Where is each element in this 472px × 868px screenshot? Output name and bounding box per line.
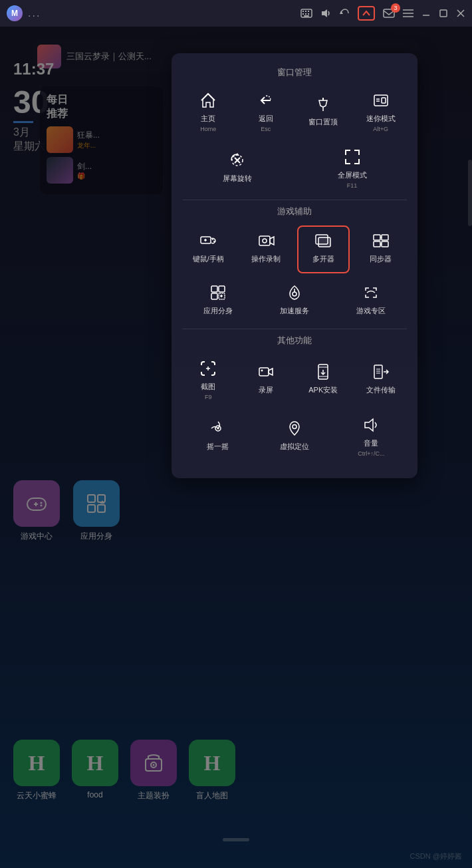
hamburger-icon[interactable] <box>403 9 413 17</box>
record-icon <box>257 232 275 252</box>
mail-badge: 3 <box>391 3 400 13</box>
menu-label-record: 操作录制 <box>251 255 281 263</box>
menu-item-gamezone[interactable]: 游戏专区 <box>336 279 407 323</box>
menu-sublabel-home: Home <box>200 126 216 132</box>
svg-rect-5 <box>302 13 304 15</box>
menu-grid-game2: 应用分身 加速服务 <box>182 279 407 323</box>
divider-2 <box>182 329 407 329</box>
svg-marker-9 <box>322 9 327 17</box>
svg-point-50 <box>263 239 267 243</box>
menu-item-appclone[interactable]: 应用分身 <box>182 279 253 323</box>
title-dots: ... <box>28 7 41 19</box>
menu-item-rotate[interactable]: 屏幕旋转 <box>182 143 292 194</box>
mail-icon-container[interactable]: 3 <box>383 9 395 18</box>
svg-rect-54 <box>382 235 388 240</box>
apkinstall-icon <box>314 363 332 383</box>
sync-icon <box>372 232 390 252</box>
up-arrow-icon[interactable] <box>358 6 375 21</box>
menu-label-home: 主页 <box>201 114 215 123</box>
svg-rect-7 <box>308 13 309 15</box>
minimize-icon[interactable] <box>421 9 431 18</box>
menu-label-keyboard-gamepad: 键鼠/手柄 <box>193 255 224 263</box>
menu-sublabel-screenshot: F9 <box>205 394 212 400</box>
undo-icon[interactable] <box>339 8 350 19</box>
menu-item-filetransfer[interactable]: 文件传输 <box>355 355 408 406</box>
menu-grid-screen: 屏幕旋转 全屏模式 F11 <box>182 143 407 194</box>
screenrecord-icon <box>257 363 275 383</box>
mini-mode-icon <box>372 92 390 112</box>
menu-item-home[interactable]: 主页 Home <box>182 86 235 138</box>
screenshot-icon <box>199 360 217 380</box>
gamezone-icon <box>362 284 380 304</box>
shake-icon <box>209 420 227 440</box>
svg-marker-84 <box>365 419 373 431</box>
menu-item-sync[interactable]: 同步器 <box>355 225 408 273</box>
divider-1 <box>182 200 407 200</box>
menu-item-multiopen[interactable]: 多开器 <box>297 225 350 273</box>
svg-rect-60 <box>219 286 225 292</box>
menu-item-screenrecord[interactable]: 录屏 <box>240 355 293 406</box>
restore-icon[interactable] <box>439 9 448 18</box>
menu-item-screenshot[interactable]: 截图 F9 <box>182 355 235 406</box>
section-title-window: 窗口管理 <box>182 67 407 78</box>
svg-rect-16 <box>440 10 447 17</box>
menu-grid-window: 主页 Home 返回 Esc <box>182 86 407 138</box>
app-logo: M <box>7 5 23 21</box>
menu-item-apkinstall[interactable]: APK安装 <box>297 355 350 406</box>
close-icon[interactable] <box>456 9 465 18</box>
menu-label-multiopen: 多开器 <box>312 255 334 263</box>
menu-item-esc[interactable]: 返回 Esc <box>240 86 293 138</box>
menu-label-gamezone: 游戏专区 <box>356 307 386 315</box>
menu-item-shake[interactable]: 摇一摇 <box>182 411 253 462</box>
menu-label-boost: 加速服务 <box>280 307 309 315</box>
menu-item-pintop[interactable]: 窗口置顶 <box>297 86 350 138</box>
window-controls: 3 <box>300 6 465 21</box>
menu-label-pintop: 窗口置顶 <box>308 118 338 126</box>
menu-label-apkinstall: APK安装 <box>308 386 338 394</box>
menu-item-keyboard-gamepad[interactable]: 键鼠/手柄 <box>182 225 235 273</box>
menu-label-shake: 摇一摇 <box>207 442 229 451</box>
menu-item-boost[interactable]: 加速服务 <box>259 279 330 323</box>
svg-rect-3 <box>308 11 309 12</box>
menu-item-location[interactable]: 虚拟定位 <box>259 411 330 462</box>
svg-rect-52 <box>318 237 330 247</box>
svg-rect-36 <box>382 98 386 103</box>
svg-point-83 <box>293 424 296 428</box>
location-icon <box>286 420 303 440</box>
popup-menu: 窗口管理 主页 Home <box>172 53 417 478</box>
keyboard-icon[interactable] <box>300 9 312 18</box>
main-content: 11:37 三国云梦录｜公测天... 30 3月 星期六 每日推荐 狂暴... … <box>0 27 472 868</box>
menu-label-filetransfer: 文件传输 <box>366 386 396 394</box>
title-bar: M ... <box>0 0 472 27</box>
svg-point-71 <box>261 369 263 371</box>
svg-marker-70 <box>269 368 273 375</box>
menu-sublabel-minimode: Alt+G <box>373 126 388 132</box>
menu-grid-game1: 键鼠/手柄 操作录制 <box>182 225 407 273</box>
menu-item-volume[interactable]: 音量 Ctrl+↑/C... <box>336 411 407 462</box>
keyboard-gamepad-icon <box>199 232 217 252</box>
menu-label-volume: 音量 <box>364 439 378 448</box>
menu-label-screenshot: 截图 <box>201 382 215 391</box>
volume-icon[interactable] <box>320 8 331 19</box>
volume-menu-icon <box>362 416 380 436</box>
menu-label-minimode: 迷你模式 <box>366 114 396 123</box>
menu-sublabel-esc: Esc <box>261 126 271 132</box>
menu-label-appclone: 应用分身 <box>203 307 233 315</box>
appclone-icon <box>209 284 227 304</box>
menu-item-record[interactable]: 操作录制 <box>240 225 293 273</box>
svg-rect-6 <box>305 13 306 15</box>
menu-sublabel-fullscreen: F11 <box>347 182 358 189</box>
menu-item-minimode[interactable]: 迷你模式 Alt+G <box>355 86 408 138</box>
svg-rect-53 <box>374 235 380 240</box>
section-title-game: 游戏辅助 <box>182 206 407 217</box>
menu-label-sync: 同步器 <box>370 255 392 263</box>
svg-point-47 <box>213 241 215 242</box>
multiopen-icon <box>314 232 332 252</box>
home-icon <box>199 92 217 112</box>
menu-label-rotate: 屏幕旋转 <box>223 174 252 183</box>
svg-rect-8 <box>304 15 309 17</box>
menu-label-fullscreen: 全屏模式 <box>338 171 367 180</box>
menu-label-screenrecord: 录屏 <box>259 386 273 394</box>
fullscreen-icon <box>344 148 361 168</box>
menu-item-fullscreen[interactable]: 全屏模式 F11 <box>297 143 407 194</box>
